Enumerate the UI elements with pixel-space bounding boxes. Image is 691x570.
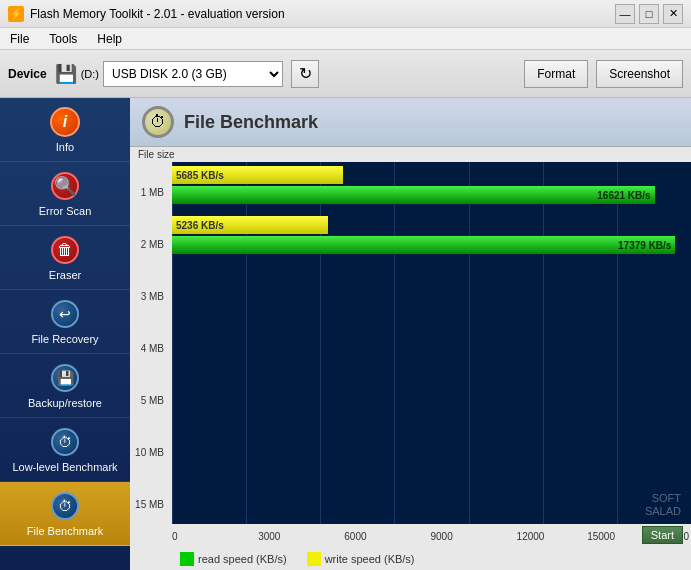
sidebar-item-eraser-label: Eraser	[49, 269, 81, 281]
low-level-icon: ⏱	[51, 428, 79, 456]
error-scan-icon: 🔍	[51, 172, 79, 200]
y-label-1mb: 1 MB	[141, 187, 168, 198]
write-bar-2mb: 5236 KB/s	[172, 216, 328, 234]
title-bar-text: Flash Memory Toolkit - 2.01 - evaluation…	[30, 7, 285, 21]
write-bar-1mb: 5685 KB/s	[172, 166, 343, 184]
sidebar-item-file-recovery[interactable]: ↩ File Recovery	[0, 290, 130, 354]
panel-title: File Benchmark	[184, 112, 318, 133]
format-button[interactable]: Format	[524, 60, 588, 88]
menu-tools[interactable]: Tools	[43, 30, 83, 48]
menu-file[interactable]: File	[4, 30, 35, 48]
device-select-container: 💾 (D:) USB DISK 2.0 (3 GB)	[55, 61, 283, 87]
refresh-button[interactable]: ↻	[291, 60, 319, 88]
close-button[interactable]: ✕	[663, 4, 683, 24]
legend: read speed (KB/s) write speed (KB/s)	[130, 548, 691, 570]
sidebar-item-info[interactable]: i Info	[0, 98, 130, 162]
sidebar-item-backup-restore[interactable]: 💾 Backup/restore	[0, 354, 130, 418]
y-axis: 1 MB 2 MB 3 MB 4 MB 5 MB 10 MB	[130, 162, 172, 548]
sidebar-item-error-scan[interactable]: 🔍 Error Scan	[0, 162, 130, 226]
chart-inner: 1 MB 2 MB 3 MB 4 MB 5 MB 10 MB	[130, 162, 691, 548]
panel-header: ⏱ File Benchmark	[130, 98, 691, 147]
sidebar-item-info-label: Info	[56, 141, 74, 153]
device-label: Device	[8, 67, 47, 81]
sidebar-item-backup-label: Backup/restore	[28, 397, 102, 409]
legend-read-label: read speed (KB/s)	[198, 553, 287, 565]
file-bench-icon: ⏱	[51, 492, 79, 520]
maximize-button[interactable]: □	[639, 4, 659, 24]
screenshot-button[interactable]: Screenshot	[596, 60, 683, 88]
x-label-9000: 9000	[430, 531, 452, 542]
minimize-button[interactable]: —	[615, 4, 635, 24]
y-label-2mb: 2 MB	[141, 239, 168, 250]
backup-icon: 💾	[51, 364, 79, 392]
read-bar-1mb: 16621 KB/s	[172, 186, 655, 204]
bar-row-2mb: 5236 KB/s 17379 KB/s	[172, 216, 691, 254]
x-axis: 0 3000 6000 9000 12000 15000 18000	[172, 524, 691, 548]
x-label-15000: 15000	[587, 531, 615, 542]
write-bar-2mb-label: 5236 KB/s	[176, 220, 224, 231]
sidebar-item-low-level-label: Low-level Benchmark	[12, 461, 117, 473]
device-select[interactable]: USB DISK 2.0 (3 GB)	[103, 61, 283, 87]
read-bar-1mb-label: 16621 KB/s	[597, 190, 650, 201]
filesize-label: File size	[130, 147, 691, 162]
y-label-3mb: 3 MB	[141, 291, 168, 302]
info-icon: i	[50, 107, 80, 137]
menu-bar: File Tools Help	[0, 28, 691, 50]
drive-letter: (D:)	[81, 68, 99, 80]
read-bar-2mb: 17379 KB/s	[172, 236, 675, 254]
x-label-0: 0	[172, 531, 178, 542]
write-color-swatch	[307, 552, 321, 566]
x-label-12000: 12000	[517, 531, 545, 542]
write-bar-1mb-label: 5685 KB/s	[176, 170, 224, 181]
y-label-10mb: 10 MB	[135, 447, 168, 458]
title-bar: ⚡ Flash Memory Toolkit - 2.01 - evaluati…	[0, 0, 691, 28]
sidebar-item-file-bench-label: File Benchmark	[27, 525, 103, 537]
sidebar-item-low-level-benchmark[interactable]: ⏱ Low-level Benchmark	[0, 418, 130, 482]
read-bar-2mb-label: 17379 KB/s	[618, 240, 671, 251]
clock-icon: ⏱	[142, 106, 174, 138]
main-layout: i Info 🔍 Error Scan 🗑 Eraser ↩ File Reco…	[0, 98, 691, 570]
legend-write: write speed (KB/s)	[307, 552, 415, 566]
file-recovery-icon: ↩	[51, 300, 79, 328]
y-label-4mb: 4 MB	[141, 343, 168, 354]
app-icon: ⚡	[8, 6, 24, 22]
sidebar-item-eraser[interactable]: 🗑 Eraser	[0, 226, 130, 290]
read-color-swatch	[180, 552, 194, 566]
sidebar: i Info 🔍 Error Scan 🗑 Eraser ↩ File Reco…	[0, 98, 130, 570]
drive-icon: 💾	[55, 63, 77, 85]
sidebar-item-file-recovery-label: File Recovery	[31, 333, 98, 345]
y-label-15mb: 15 MB	[135, 499, 168, 510]
start-button[interactable]: Start	[642, 526, 683, 544]
watermark: SOFT SALAD	[645, 492, 681, 518]
toolbar: Device 💾 (D:) USB DISK 2.0 (3 GB) ↻ Form…	[0, 50, 691, 98]
legend-read: read speed (KB/s)	[180, 552, 287, 566]
legend-write-label: write speed (KB/s)	[325, 553, 415, 565]
x-label-3000: 3000	[258, 531, 280, 542]
content-area: ⏱ File Benchmark File size 1 MB 2 MB 3 M	[130, 98, 691, 570]
menu-help[interactable]: Help	[91, 30, 128, 48]
sidebar-item-error-scan-label: Error Scan	[39, 205, 92, 217]
sidebar-item-file-benchmark[interactable]: ⏱ File Benchmark	[0, 482, 130, 546]
x-label-6000: 6000	[344, 531, 366, 542]
window-controls[interactable]: — □ ✕	[615, 4, 683, 24]
eraser-icon: 🗑	[51, 236, 79, 264]
y-label-5mb: 5 MB	[141, 395, 168, 406]
bar-row-1mb: 5685 KB/s 16621 KB/s	[172, 166, 691, 204]
chart-plot: 5685 KB/s 16621 KB/s 5236 KB/s	[172, 162, 691, 548]
chart-area: 1 MB 2 MB 3 MB 4 MB 5 MB 10 MB	[130, 162, 691, 548]
